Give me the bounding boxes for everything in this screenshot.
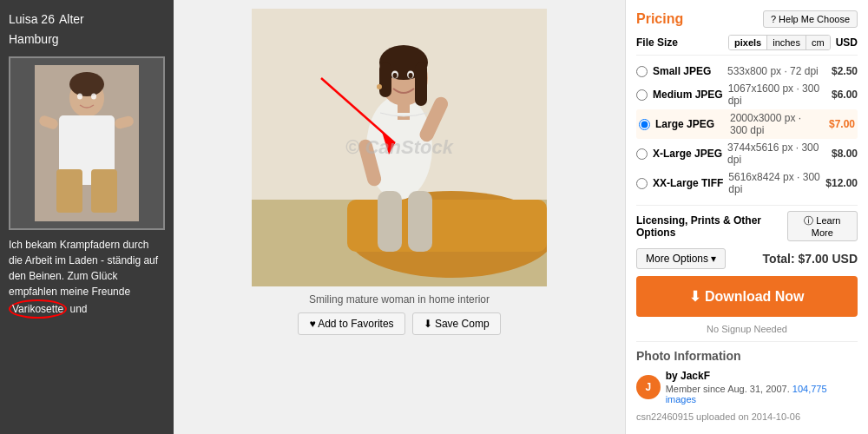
learn-more-button[interactable]: ⓘ Learn More	[787, 211, 858, 241]
size-dims-1: 1067x1600 px · 300 dpi	[728, 82, 822, 107]
size-dims-3: 3744x5616 px · 300 dpi	[727, 141, 822, 166]
size-name-3: X-Large JPEG	[653, 148, 722, 160]
left-image-container	[9, 56, 165, 230]
photo-caption: Smiling mature woman in home interior	[309, 293, 490, 306]
photo-info-title: Photo Information	[636, 341, 858, 363]
contributor-avatar: J	[636, 375, 661, 399]
size-radio-1[interactable]	[636, 89, 648, 101]
person-silhouette	[35, 65, 139, 221]
size-option-3[interactable]: X-Large JPEG 3744x5616 px · 300 dpi $8.0…	[636, 139, 858, 168]
size-radio-3[interactable]	[636, 148, 648, 160]
main-photo-svg	[252, 9, 547, 286]
unit-inches-btn[interactable]: inches	[767, 36, 806, 49]
contributor-row: J by JackF Member since Aug. 31, 2007. 1…	[636, 370, 858, 404]
unit-pixels-btn[interactable]: pixels	[729, 36, 767, 49]
photo-wrapper: © CanStock	[252, 9, 547, 286]
size-radio-4[interactable]	[636, 178, 648, 189]
file-size-row: File Size pixels inches cm USD	[636, 35, 858, 56]
size-name-1: Medium JPEG	[653, 89, 723, 101]
svg-rect-28	[378, 191, 402, 252]
licensing-label: Licensing, Prints & Other Options	[636, 214, 787, 239]
total-amount: Total: $7.00 USD	[763, 252, 858, 266]
csn-info: csn22460915 uploaded on 2014-10-06	[636, 411, 858, 422]
svg-point-24	[409, 73, 413, 78]
usd-label: USD	[836, 36, 858, 49]
size-price-4: $12.00	[825, 177, 858, 189]
right-panel: Pricing ? Help Me Choose File Size pixel…	[625, 0, 868, 434]
left-panel: Luisa 26 Alter Hamburg Ich bekam Krampfa…	[0, 0, 174, 434]
svg-rect-25	[398, 102, 410, 120]
no-signup-text: No Signup Needed	[636, 324, 858, 334]
photo-buttons: ♥ Add to Favorites ⬇ Save Comp	[298, 312, 500, 335]
more-options-button[interactable]: More Options ▾	[636, 248, 726, 269]
unit-controls: pixels inches cm USD	[728, 35, 858, 50]
size-option-0[interactable]: Small JPEG 533x800 px · 72 dpi $2.50	[636, 62, 858, 80]
person-location: Hamburg	[9, 32, 59, 46]
size-option-2[interactable]: Large JPEG 2000x3000 px · 300 dpi $7.00	[636, 109, 858, 139]
contributor-name: by JackF	[666, 370, 858, 382]
main-photo: © CanStock	[252, 9, 547, 286]
left-text-block: Ich bekam Krampfadern durch die Arbeit i…	[9, 237, 165, 319]
help-me-choose-button[interactable]: ? Help Me Choose	[763, 10, 858, 28]
size-name-4: XX-Large TIFF	[653, 177, 723, 189]
main-content: © CanStock Smiling mature woman in home …	[174, 0, 625, 434]
svg-rect-29	[408, 191, 432, 252]
svg-rect-5	[91, 169, 117, 213]
highlighted-word: Varikosette	[9, 299, 67, 319]
size-price-3: $8.00	[827, 148, 858, 160]
total-row: More Options ▾ Total: $7.00 USD	[636, 248, 858, 269]
svg-point-7	[77, 93, 82, 99]
size-dims-0: 533x800 px · 72 dpi	[727, 65, 822, 77]
svg-rect-19	[379, 62, 391, 97]
size-option-1[interactable]: Medium JPEG 1067x1600 px · 300 dpi $6.00	[636, 80, 858, 109]
licensing-row: Licensing, Prints & Other Options ⓘ Lear…	[636, 205, 858, 241]
contributor-since: Member since Aug. 31, 2007. 104,775 imag…	[666, 384, 858, 404]
size-radio-2[interactable]	[639, 119, 650, 130]
unit-toggle: pixels inches cm	[728, 35, 831, 50]
file-size-label: File Size	[636, 36, 678, 49]
person-name: Luisa 26	[9, 12, 55, 26]
svg-rect-4	[56, 169, 82, 213]
svg-rect-15	[347, 200, 547, 252]
person-age-label: Alter	[59, 12, 84, 26]
size-name-0: Small JPEG	[653, 65, 722, 77]
svg-point-8	[91, 93, 96, 99]
size-price-1: $6.00	[827, 89, 858, 101]
download-now-button[interactable]: ⬇ Download Now	[636, 276, 858, 317]
size-price-0: $2.50	[827, 65, 858, 77]
unit-cm-btn[interactable]: cm	[806, 36, 830, 49]
size-dims-4: 5616x8424 px · 300 dpi	[728, 171, 820, 195]
size-name-2: Large JPEG	[655, 118, 725, 130]
pricing-title: Pricing	[636, 11, 683, 27]
size-options-list: Small JPEG 533x800 px · 72 dpi $2.50 Med…	[636, 62, 858, 198]
size-price-2: $7.00	[825, 118, 855, 130]
contributor-info: by JackF Member since Aug. 31, 2007. 104…	[666, 370, 858, 404]
svg-point-23	[393, 73, 398, 78]
photo-area: © CanStock Smiling mature woman in home …	[187, 9, 612, 335]
size-radio-0[interactable]	[636, 66, 648, 77]
left-title: Luisa 26 Alter Hamburg	[9, 9, 165, 49]
svg-point-6	[69, 72, 104, 96]
size-option-4[interactable]: XX-Large TIFF 5616x8424 px · 300 dpi $12…	[636, 168, 858, 198]
svg-rect-20	[415, 62, 427, 106]
size-dims-2: 2000x3000 px · 300 dpi	[730, 112, 819, 136]
svg-point-30	[377, 84, 382, 89]
save-comp-button[interactable]: ⬇ Save Comp	[412, 312, 501, 335]
add-favorites-button[interactable]: ♥ Add to Favorites	[298, 312, 404, 335]
pricing-header: Pricing ? Help Me Choose	[636, 10, 858, 28]
